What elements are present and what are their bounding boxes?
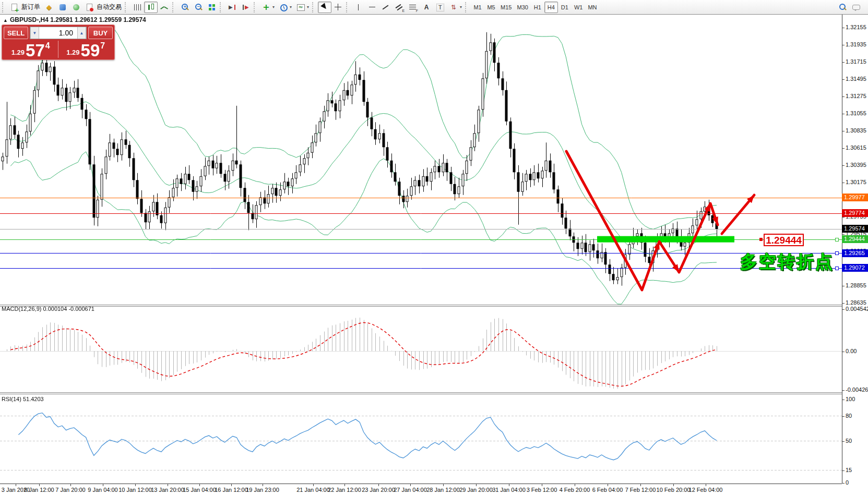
zoom-in-button[interactable]: [178, 2, 192, 13]
time-axis-label: 12 Feb 04:00: [689, 487, 723, 493]
toolbar-grip: [172, 2, 176, 13]
autoscroll-icon: [228, 3, 237, 11]
macd-indicator-label: MACD(12,26,9) 0.000104 -0.000671: [2, 306, 94, 312]
cursor-button[interactable]: [318, 2, 331, 13]
candlestick-chart-button[interactable]: [144, 2, 158, 13]
trendline-icon: [381, 3, 390, 11]
volume-increase-button[interactable]: ▲: [77, 27, 86, 39]
time-tick: [608, 484, 608, 486]
label-button[interactable]: [433, 2, 447, 13]
auto-trading-button[interactable]: 自动交易: [83, 2, 124, 13]
mt4-window: 新订单自动交易▾▾▾▾M1M5M15M30H1H4D1W1MN 1.321551…: [0, 0, 868, 495]
volume-input[interactable]: [39, 27, 77, 39]
timeframe-m30-button[interactable]: M30: [514, 2, 530, 13]
level-label-handle[interactable]: [759, 238, 763, 241]
buy-price[interactable]: 1.29597: [59, 41, 113, 58]
horizontal-line-button[interactable]: [365, 2, 379, 13]
gold-arrow-icon: [44, 3, 54, 11]
time-tick: [103, 484, 103, 486]
time-tick: [509, 484, 509, 486]
signals-button[interactable]: [69, 2, 83, 13]
macd-canvas[interactable]: [0, 307, 842, 392]
time-axis-label: 19 Jan 23:00: [246, 487, 279, 493]
linechart-icon: [160, 3, 169, 11]
price-line-tag: 1.29072: [842, 264, 868, 272]
timeframe-h4-button[interactable]: H4: [544, 2, 558, 13]
time-axis-label: 27 Jan 04:00: [394, 487, 427, 493]
timeframe-m5-button[interactable]: M5: [484, 2, 498, 13]
line-chart-button[interactable]: [158, 2, 171, 13]
time-tick: [706, 484, 706, 486]
text-button[interactable]: [420, 2, 433, 13]
bars-icon: [133, 3, 142, 11]
clock-icon: [279, 3, 288, 11]
cursor-icon: [320, 3, 329, 11]
tile-windows-button[interactable]: [205, 2, 219, 13]
templates-button[interactable]: ▾: [294, 2, 311, 13]
zoom-in-icon: [180, 3, 189, 11]
rsi-canvas[interactable]: [0, 394, 842, 484]
chart-area: 1.321551.319351.317151.314951.312751.310…: [0, 15, 868, 495]
time-axis-label: 3 Feb 12:00: [527, 487, 557, 493]
candles-icon: [146, 3, 156, 11]
toolbar-grip: [2, 2, 6, 13]
trendline-button[interactable]: [379, 2, 393, 13]
fibonacci-button[interactable]: [406, 2, 420, 13]
time-axis-label: 16 Jan 12:00: [215, 487, 248, 493]
rsi-axis-label: 50: [842, 438, 852, 444]
zoom-out-button[interactable]: [192, 2, 205, 13]
new-order-button-label: 新订单: [21, 3, 40, 11]
periods-button[interactable]: ▾: [277, 2, 294, 13]
channel-icon: [395, 3, 404, 11]
time-tick: [640, 484, 641, 486]
buy-button[interactable]: BUY: [88, 27, 113, 39]
timeframe-w1-button[interactable]: W1: [572, 2, 586, 13]
collapse-icon[interactable]: ▲: [3, 18, 8, 23]
timeframe-m15-button[interactable]: M15: [498, 2, 514, 13]
fibo-icon: [408, 3, 418, 11]
textlabel-icon: [435, 3, 445, 11]
sell-button[interactable]: SELL: [4, 27, 28, 39]
toolbar-grip: [220, 2, 223, 13]
timeframe-m1-button[interactable]: M1: [471, 2, 484, 13]
time-axis-label: 9 Jan 04:00: [88, 487, 118, 493]
price-chart-canvas[interactable]: [0, 15, 842, 305]
timeframe-d1-button[interactable]: D1: [558, 2, 572, 13]
market-button[interactable]: [56, 2, 69, 13]
timeframe-mn-button[interactable]: MN: [585, 2, 599, 13]
green-globe-icon: [72, 3, 81, 11]
chartshift-icon: [241, 3, 251, 11]
channel-button[interactable]: [393, 2, 406, 13]
auto-trading-button-label: 自动交易: [97, 3, 122, 11]
sell-price[interactable]: 1.29574: [4, 41, 58, 58]
pivot-annotation-text[interactable]: 多空转折点: [740, 250, 834, 274]
chevron-down-icon: ▾: [460, 5, 462, 9]
volume-decrease-button[interactable]: ▼: [30, 27, 39, 39]
chart-shift-button[interactable]: [239, 2, 253, 13]
metaeditor-button[interactable]: [42, 2, 56, 13]
time-axis-label: 7 Feb 12:00: [625, 487, 656, 493]
hline-icon: [367, 3, 377, 11]
rsi-axis-label: 100: [842, 396, 855, 402]
time-tick: [199, 484, 200, 486]
search-button[interactable]: [836, 2, 849, 13]
autotrade-icon: [85, 3, 94, 11]
level-price-label[interactable]: 1.29444: [764, 234, 804, 246]
auto-scroll-button[interactable]: [225, 2, 239, 13]
toolbar-grip: [465, 2, 469, 13]
new-order-button[interactable]: 新订单: [8, 2, 42, 13]
timeframe-h1-button[interactable]: H1: [531, 2, 544, 13]
time-axis-label: 21 Jan 04:00: [296, 487, 330, 493]
chat-button[interactable]: [849, 2, 863, 13]
vertical-line-button[interactable]: [352, 2, 365, 13]
indicators-button[interactable]: ▾: [259, 2, 277, 13]
price-line-tag: 1.29774: [842, 209, 868, 217]
price-line-tag: 1.29444: [842, 235, 868, 243]
price-line-tag: 1.29977: [842, 194, 868, 201]
time-axis[interactable]: 3 Jan 20206 Jan 12:007 Jan 20:009 Jan 04…: [0, 484, 868, 495]
time-tick: [135, 484, 136, 486]
arrows-button[interactable]: ▾: [447, 2, 464, 13]
toolbar-grip: [254, 2, 257, 13]
crosshair-button[interactable]: [331, 2, 345, 13]
bar-chart-button[interactable]: [130, 2, 144, 13]
